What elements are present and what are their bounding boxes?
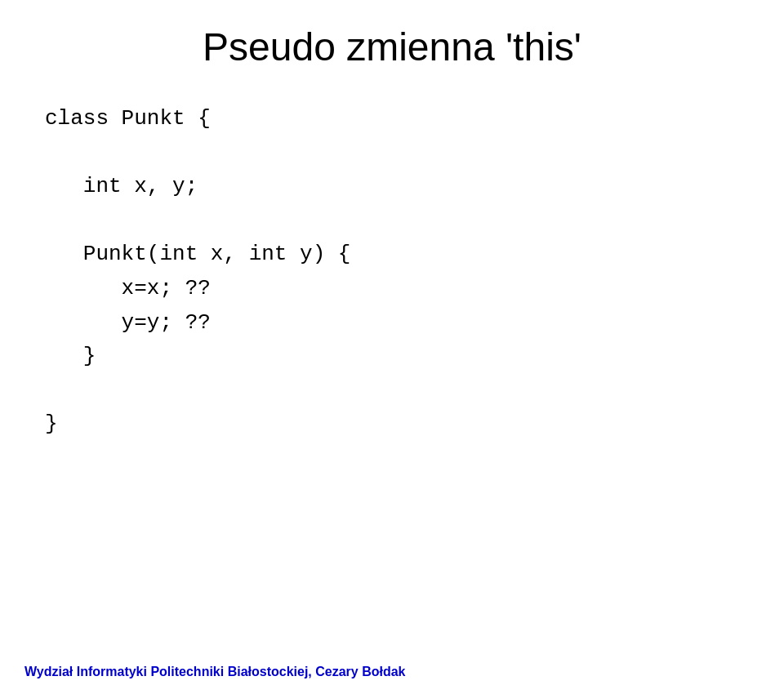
code-block: class Punkt { int x, y; Punkt(int x, int… [0, 86, 784, 442]
code-line [45, 136, 784, 171]
code-line [45, 204, 784, 238]
page-title: Pseudo zmienna 'this' [0, 0, 784, 86]
code-line [45, 374, 784, 408]
code-line: } [45, 340, 784, 374]
code-line: Punkt(int x, int y) { [45, 238, 784, 272]
footer-text: Wydział Informatyki Politechniki Białost… [0, 665, 784, 679]
code-line: int x, y; [45, 170, 784, 204]
code-line: } [45, 407, 784, 442]
code-line: class Punkt { [45, 102, 784, 136]
code-line: y=y; ?? [45, 306, 784, 340]
code-line: x=x; ?? [45, 272, 784, 306]
